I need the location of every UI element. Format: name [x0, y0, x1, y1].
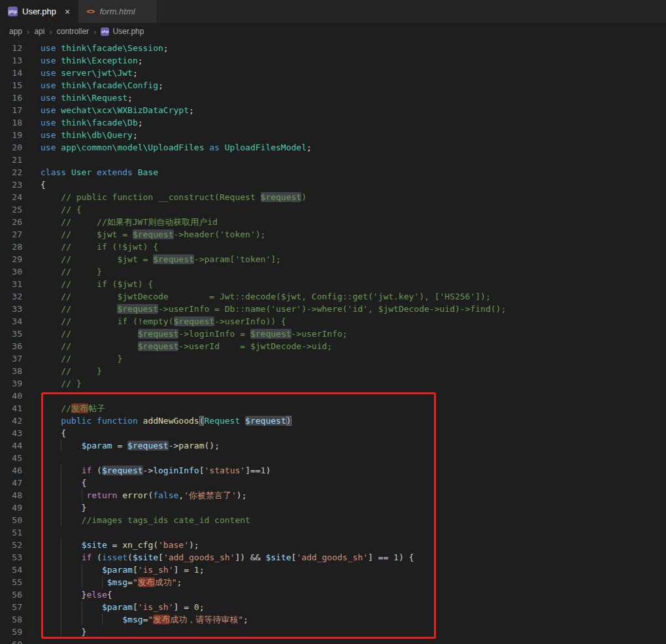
line-number[interactable]: 30	[0, 265, 22, 278]
tab-user-php[interactable]: php User.php ×	[0, 0, 78, 23]
code-line[interactable]: 46 if ($request->loginInfo['status']==1)	[0, 464, 666, 477]
code-line[interactable]: 24 // public function __construct(Reques…	[0, 191, 666, 203]
line-number[interactable]: 24	[0, 191, 22, 203]
line-number[interactable]: 20	[0, 141, 22, 154]
code-line[interactable]: 52 $site = xn_cfg('base');	[0, 539, 666, 551]
code-line[interactable]: 38 // }	[0, 365, 666, 377]
code-line[interactable]: 35 // $request->loginInfo = $request->us…	[0, 328, 666, 340]
line-number[interactable]: 32	[0, 290, 22, 303]
code-line[interactable]: 19use think\db\Query;	[0, 129, 666, 141]
line-number[interactable]: 38	[0, 365, 22, 377]
code-line[interactable]: 17use wechat\xcx\WXBizDataCrypt;	[0, 104, 666, 116]
code-area[interactable]: 12use think\facade\Session;13use think\E…	[0, 42, 666, 644]
code-line[interactable]: 18use think\facade\Db;	[0, 116, 666, 129]
breadcrumb-item-api[interactable]: api	[34, 27, 44, 36]
code-line[interactable]: 16use think\Request;	[0, 92, 666, 104]
line-number[interactable]: 49	[0, 501, 22, 514]
code-line[interactable]: 39 // }	[0, 377, 666, 390]
tab-form-html[interactable]: <> form.html ×	[78, 0, 158, 23]
line-number[interactable]: 51	[0, 526, 22, 539]
code-line[interactable]: 20use app\common\model\UploadFiles as Up…	[0, 141, 666, 154]
line-number[interactable]: 54	[0, 564, 22, 576]
line-number[interactable]: 58	[0, 613, 22, 626]
line-number[interactable]: 52	[0, 539, 22, 551]
code-line[interactable]: 14use server\jwt\Jwt;	[0, 67, 666, 79]
line-number[interactable]: 44	[0, 439, 22, 452]
line-number[interactable]: 12	[0, 42, 22, 54]
code-line[interactable]: 51	[0, 526, 666, 539]
line-number[interactable]: 46	[0, 464, 22, 477]
line-number[interactable]: 13	[0, 54, 22, 67]
line-number[interactable]: 48	[0, 489, 22, 501]
editor-pane[interactable]: 12use think\facade\Session;13use think\E…	[0, 40, 666, 644]
line-number[interactable]: 21	[0, 154, 22, 166]
code-line[interactable]: 22class User extends Base	[0, 166, 666, 178]
code-line[interactable]: 50 //images tags_ids cate_id content	[0, 514, 666, 526]
code-line[interactable]: 12use think\facade\Session;	[0, 42, 666, 54]
line-number[interactable]: 26	[0, 216, 22, 228]
line-number[interactable]: 15	[0, 79, 22, 92]
line-number[interactable]: 60	[0, 638, 22, 644]
close-icon[interactable]: ×	[65, 7, 70, 16]
code-line[interactable]: 54 $param['is_sh'] = 1;	[0, 564, 666, 576]
line-number[interactable]: 29	[0, 253, 22, 265]
line-number[interactable]: 39	[0, 377, 22, 390]
line-number[interactable]: 25	[0, 203, 22, 216]
line-number[interactable]: 57	[0, 601, 22, 613]
line-number[interactable]: 43	[0, 427, 22, 439]
code-line[interactable]: 59 }	[0, 626, 666, 638]
line-number[interactable]: 35	[0, 328, 22, 340]
line-number[interactable]: 33	[0, 303, 22, 315]
code-line[interactable]: 56 }else{	[0, 588, 666, 601]
line-number[interactable]: 45	[0, 452, 22, 464]
code-line[interactable]: 45	[0, 452, 666, 464]
line-number[interactable]: 42	[0, 415, 22, 427]
code-line[interactable]: 40	[0, 390, 666, 402]
line-number[interactable]: 55	[0, 576, 22, 588]
code-line[interactable]: 57 $param['is_sh'] = 0;	[0, 601, 666, 613]
code-line[interactable]: 30 // }	[0, 265, 666, 278]
line-number[interactable]: 37	[0, 352, 22, 365]
code-line[interactable]: 32 // $jwtDecode = Jwt::decode($jwt, Con…	[0, 290, 666, 303]
code-line[interactable]: 60	[0, 638, 666, 644]
code-line[interactable]: 58 $msg="发布成功，请等待审核";	[0, 613, 666, 626]
line-number[interactable]: 53	[0, 551, 22, 564]
line-number[interactable]: 27	[0, 228, 22, 241]
line-number[interactable]: 41	[0, 402, 22, 415]
line-number[interactable]: 40	[0, 390, 22, 402]
code-line[interactable]: 55 $msg="发布成功";	[0, 576, 666, 588]
code-line[interactable]: 26 // //如果有JWT则自动获取用户id	[0, 216, 666, 228]
code-line[interactable]: 44 $param = $request->param();	[0, 439, 666, 452]
code-line[interactable]: 23{	[0, 178, 666, 191]
code-line[interactable]: 36 // $request->userId = $jwtDecode->uid…	[0, 340, 666, 352]
line-number[interactable]: 50	[0, 514, 22, 526]
line-number[interactable]: 22	[0, 166, 22, 178]
code-line[interactable]: 34 // if (!empty($request->userInfo)) {	[0, 315, 666, 328]
line-number[interactable]: 19	[0, 129, 22, 141]
line-number[interactable]: 18	[0, 116, 22, 129]
line-number[interactable]: 17	[0, 104, 22, 116]
code-line[interactable]: 29 // $jwt = $request->param['token'];	[0, 253, 666, 265]
code-line[interactable]: 37 // }	[0, 352, 666, 365]
code-line[interactable]: 33 // $request->userInfo = Db::name('use…	[0, 303, 666, 315]
breadcrumb-item-file[interactable]: php User.php	[101, 27, 144, 36]
line-number[interactable]: 28	[0, 241, 22, 253]
code-line[interactable]: 43 {	[0, 427, 666, 439]
line-number[interactable]: 23	[0, 178, 22, 191]
code-line[interactable]: 21	[0, 154, 666, 166]
code-line[interactable]: 42 public function addNewGoods(Request $…	[0, 415, 666, 427]
code-line[interactable]: 31 // if ($jwt) {	[0, 278, 666, 290]
line-number[interactable]: 16	[0, 92, 22, 104]
line-number[interactable]: 34	[0, 315, 22, 328]
line-number[interactable]: 36	[0, 340, 22, 352]
line-number[interactable]: 47	[0, 477, 22, 489]
code-line[interactable]: 48 return error(false,'你被禁言了');	[0, 489, 666, 501]
code-line[interactable]: 49 }	[0, 501, 666, 514]
breadcrumb-item-controller[interactable]: controller	[57, 27, 89, 36]
code-line[interactable]: 25 // {	[0, 203, 666, 216]
code-line[interactable]: 13use think\Exception;	[0, 54, 666, 67]
code-line[interactable]: 41 //发布帖子	[0, 402, 666, 415]
line-number[interactable]: 14	[0, 67, 22, 79]
breadcrumb-item-app[interactable]: app	[9, 27, 22, 36]
code-line[interactable]: 27 // $jwt = $request->header('token');	[0, 228, 666, 241]
